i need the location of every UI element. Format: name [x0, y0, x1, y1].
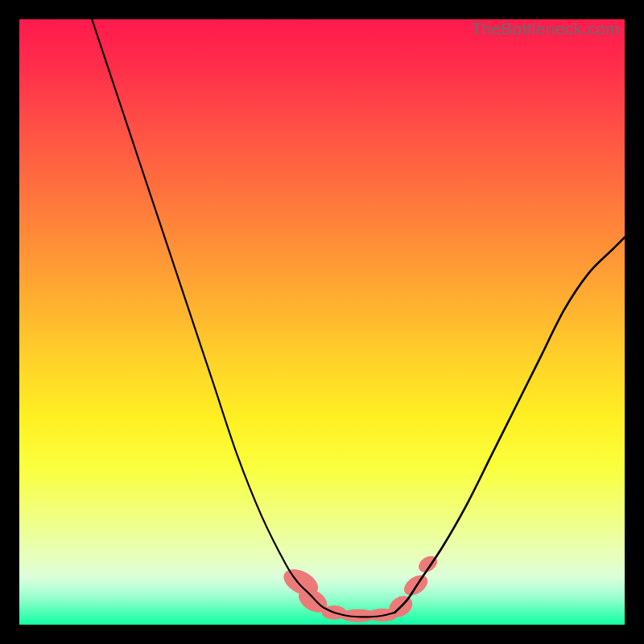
outer-frame: TheBottleneck.com: [0, 0, 644, 644]
curves-svg: [19, 19, 625, 625]
left-curve: [92, 19, 334, 613]
plot-area: TheBottleneck.com: [19, 19, 625, 625]
